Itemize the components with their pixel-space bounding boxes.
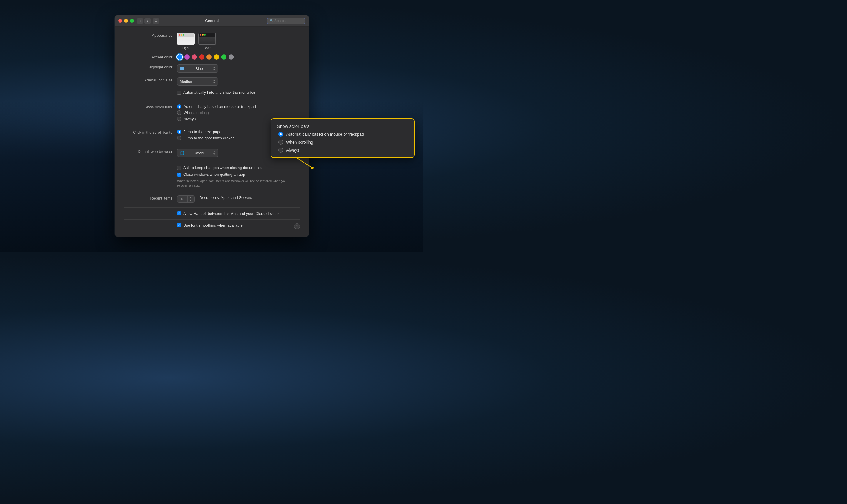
divider-4	[123, 162, 300, 162]
tooltip-always-row: Always	[278, 147, 408, 152]
recent-items-value: 10	[177, 196, 187, 202]
show-scroll-bars-options: Automatically based on mouse or trackpad…	[177, 104, 256, 121]
stepper-arrows: ▲ ▼	[187, 196, 193, 202]
preferences-content: Appearance: Light	[115, 27, 309, 237]
close-windows-checkbox[interactable]	[177, 173, 181, 177]
default-browser-select[interactable]: 🌐 Safari ▲▼	[177, 149, 218, 157]
menu-bar-checkbox[interactable]	[177, 91, 181, 95]
handoff-checkbox[interactable]	[177, 211, 181, 215]
scroll-auto-radio[interactable]	[177, 104, 182, 109]
click-spot-row: Jump to the spot that's clicked	[177, 136, 235, 140]
click-next-page-label: Jump to the next page	[184, 130, 222, 134]
sidebar-icon-size-row: Sidebar icon size: Medium ▲▼	[123, 77, 300, 86]
light-thumb	[177, 33, 195, 45]
font-smoothing-checkbox-row: Use font smoothing when available	[177, 223, 243, 228]
highlight-color-select[interactable]: Blue ▲▼	[177, 65, 218, 73]
tooltip-scrolling-label: When scrolling	[286, 140, 313, 145]
highlight-swatch	[180, 67, 185, 70]
appearance-dark[interactable]: Dark	[198, 33, 216, 50]
close-docs-checkbox[interactable]	[177, 166, 181, 170]
scroll-scrolling-radio[interactable]	[177, 110, 182, 115]
accent-blue[interactable]	[177, 54, 182, 60]
tooltip-auto-label: Automatically based on mouse or trackpad	[286, 132, 364, 137]
accent-orange[interactable]	[206, 54, 212, 60]
highlight-color-value: Blue	[195, 67, 203, 71]
light-label: Light	[182, 46, 189, 50]
tooltip-radio-group: Automatically based on mouse or trackpad…	[278, 132, 408, 152]
highlight-color-label: Highlight color:	[123, 65, 174, 69]
click-scroll-bar-label: Click in the scroll bar to:	[123, 130, 174, 134]
menu-bar-row: Automatically hide and show the menu bar	[177, 90, 300, 97]
scroll-bars-tooltip: Show scroll bars: Automatically based on…	[271, 119, 415, 158]
back-button[interactable]: ‹	[137, 18, 143, 23]
maximize-button[interactable]	[130, 19, 134, 23]
accent-color-options	[177, 54, 300, 60]
click-next-page-row: Jump to the next page	[177, 130, 235, 134]
accent-pink[interactable]	[192, 54, 197, 60]
nav-buttons: ‹ › ⊞	[137, 18, 159, 23]
accent-purple[interactable]	[185, 54, 190, 60]
accent-green[interactable]	[221, 54, 226, 60]
dot-yellow	[181, 34, 182, 36]
dot-green	[183, 34, 185, 36]
grid-button[interactable]: ⊞	[153, 18, 159, 23]
traffic-lights	[118, 19, 134, 23]
stepper-down[interactable]: ▼	[188, 199, 193, 202]
scroll-always-radio[interactable]	[177, 117, 182, 121]
dark-label: Dark	[204, 46, 210, 50]
scroll-auto-row: Automatically based on mouse or trackpad	[177, 104, 256, 109]
font-smoothing-section: Use font smoothing when available ?	[177, 223, 300, 230]
recent-items-stepper[interactable]: 10 ▲ ▼	[177, 195, 195, 203]
handoff-checkbox-row: Allow Handoff between this Mac and your …	[177, 211, 300, 216]
font-smoothing-label: Use font smoothing when available	[183, 223, 243, 228]
dark-thumb	[198, 33, 216, 45]
search-icon: 🔍	[270, 19, 273, 22]
click-spot-label: Jump to the spot that's clicked	[184, 136, 235, 140]
click-spot-radio[interactable]	[177, 136, 182, 140]
tooltip-scrolling-radio[interactable]	[278, 140, 283, 145]
tooltip-always-radio[interactable]	[278, 147, 283, 152]
accent-graphite[interactable]	[228, 54, 234, 60]
default-browser-label: Default web browser:	[123, 149, 174, 154]
light-thumb-dots	[179, 34, 185, 36]
close-button[interactable]	[118, 19, 122, 23]
show-scroll-bars-label: Show scroll bars:	[123, 104, 174, 109]
dot-green-dark	[204, 34, 206, 36]
click-scroll-bar-options: Jump to the next page Jump to the spot t…	[177, 130, 235, 140]
system-preferences-window: ‹ › ⊞ General 🔍 Appearance:	[115, 15, 309, 237]
forward-button[interactable]: ›	[144, 18, 151, 23]
default-browser-arrows: ▲▼	[213, 150, 215, 156]
dot-red-dark	[200, 34, 202, 36]
accent-color-row: Accent color:	[123, 54, 300, 60]
font-smoothing-checkbox[interactable]	[177, 223, 181, 227]
close-docs-section: Ask to keep changes when closing documen…	[177, 165, 300, 170]
scroll-always-label: Always	[184, 117, 195, 121]
appearance-label: Appearance:	[123, 33, 174, 38]
tooltip-auto-radio[interactable]	[278, 132, 283, 137]
sidebar-icon-size-arrows: ▲▼	[213, 78, 215, 84]
accent-color-label: Accent color:	[123, 54, 174, 59]
close-windows-section: Close windows when quitting an app	[177, 172, 300, 177]
titlebar: ‹ › ⊞ General 🔍	[115, 15, 309, 27]
help-button[interactable]: ?	[294, 223, 300, 229]
appearance-light[interactable]: Light	[177, 33, 195, 50]
sidebar-icon-size-select[interactable]: Medium ▲▼	[177, 77, 218, 86]
scroll-always-row: Always	[177, 117, 256, 121]
accent-red[interactable]	[199, 54, 204, 60]
click-next-page-radio[interactable]	[177, 130, 182, 134]
close-windows-subtext: When selected, open documents and window…	[177, 179, 289, 188]
accent-yellow[interactable]	[214, 54, 219, 60]
recent-items-row: Recent items: 10 ▲ ▼ Documents, Apps, an…	[123, 195, 300, 203]
minimize-button[interactable]	[124, 19, 128, 23]
close-windows-label: Close windows when quitting an app	[183, 172, 245, 177]
close-docs-label: Ask to keep changes when closing documen…	[183, 165, 262, 170]
default-browser-icon: 🌐	[180, 151, 185, 155]
highlight-color-arrows: ▲▼	[213, 66, 215, 71]
show-scroll-bars-row: Show scroll bars: Automatically based on…	[123, 104, 300, 121]
highlight-color-row: Highlight color: Blue ▲▼	[123, 65, 300, 73]
stepper-up[interactable]: ▲	[188, 196, 193, 199]
search-input[interactable]	[274, 19, 302, 23]
recent-items-suffix: Documents, Apps, and Servers	[200, 195, 252, 200]
scroll-scrolling-row: When scrolling	[177, 110, 256, 115]
search-box[interactable]: 🔍	[267, 18, 305, 24]
